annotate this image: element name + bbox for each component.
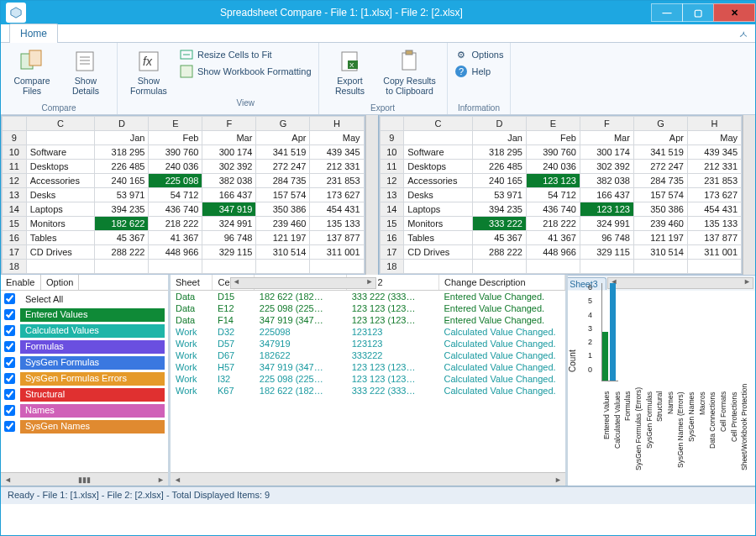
show-format-button[interactable]: Show Workbook Formatting <box>180 63 312 80</box>
diff-row[interactable]: WorkD67182622333222Calculated Value Chan… <box>171 349 565 361</box>
cell[interactable]: 310 514 <box>633 245 687 260</box>
resize-cells-button[interactable]: Resize Cells to Fit <box>180 46 312 63</box>
cell[interactable]: 288 222 <box>95 245 149 260</box>
cell[interactable] <box>310 260 364 274</box>
cell[interactable]: Desks <box>404 188 473 202</box>
cell[interactable]: 41 367 <box>149 231 202 245</box>
tab-home[interactable]: Home <box>9 24 58 43</box>
cell[interactable]: 439 345 <box>687 145 741 160</box>
cell[interactable]: 239 460 <box>633 217 687 231</box>
option-checkbox[interactable] <box>4 293 15 304</box>
diff-row[interactable]: DataD15182 622 (182…333 222 (333…Entered… <box>171 291 565 303</box>
cell[interactable]: May <box>687 131 741 145</box>
row-header[interactable]: 17 <box>380 245 404 260</box>
cell[interactable] <box>472 260 526 274</box>
cell[interactable]: 135 133 <box>310 217 364 231</box>
cell[interactable]: 454 431 <box>687 202 741 217</box>
cell[interactable]: 53 971 <box>95 188 149 202</box>
cell[interactable]: 45 367 <box>472 231 526 245</box>
vscrollbar-1[interactable] <box>365 115 378 275</box>
option-checkbox[interactable] <box>4 373 15 384</box>
cell[interactable]: 96 748 <box>580 231 633 245</box>
cell[interactable]: Accessories <box>26 174 95 188</box>
cell[interactable]: 240 165 <box>95 174 149 188</box>
option-checkbox[interactable] <box>4 405 15 416</box>
cell[interactable]: 439 345 <box>310 145 364 160</box>
cell[interactable]: 157 574 <box>256 188 310 202</box>
cell[interactable]: 121 197 <box>256 231 310 245</box>
option-checkbox[interactable] <box>4 325 15 336</box>
cell[interactable]: 318 295 <box>95 145 149 160</box>
cell[interactable]: Monitors <box>404 217 473 231</box>
cell[interactable]: 448 966 <box>526 245 580 260</box>
col-header[interactable] <box>380 117 404 131</box>
cell[interactable]: 226 485 <box>95 160 149 174</box>
diff-row[interactable]: DataF14347 919 (347…123 123 (123…Entered… <box>171 314 565 326</box>
option-label[interactable]: Calculated Values <box>20 324 165 338</box>
cell[interactable]: Software <box>26 145 95 160</box>
cell[interactable]: 436 740 <box>149 202 202 217</box>
row-header[interactable]: 10 <box>3 145 27 160</box>
row-header[interactable]: 12 <box>380 174 404 188</box>
option-label[interactable]: SysGen Formulas <box>20 356 165 370</box>
cell[interactable]: Laptops <box>404 202 473 217</box>
option-label[interactable]: Entered Values <box>20 308 165 322</box>
cell[interactable]: 272 247 <box>633 160 687 174</box>
cell[interactable]: Laptops <box>26 202 95 217</box>
cell[interactable] <box>633 260 687 274</box>
cell[interactable]: Accessories <box>404 174 473 188</box>
cell[interactable]: 454 431 <box>310 202 364 217</box>
diff-row[interactable]: DataE12225 098 (225…123 123 (123…Entered… <box>171 302 565 314</box>
cell[interactable]: Jan <box>95 131 149 145</box>
cell[interactable]: Jan <box>472 131 526 145</box>
cell[interactable]: 302 392 <box>202 160 256 174</box>
grid-2[interactable]: CDEFGH9JanFebMarAprMay10Software318 2953… <box>379 115 743 275</box>
cell[interactable]: 121 197 <box>633 231 687 245</box>
diff-row[interactable]: WorkI32225 098 (225…123 123 (123…Calcula… <box>171 373 565 385</box>
row-header[interactable]: 12 <box>3 174 27 188</box>
cell[interactable]: 218 222 <box>149 217 202 231</box>
cell[interactable] <box>256 260 310 274</box>
col-header[interactable]: H <box>310 117 364 131</box>
hscrollbar[interactable] <box>230 277 376 289</box>
col-header[interactable]: E <box>526 117 580 131</box>
options-button[interactable]: ⚙ Options <box>454 46 504 63</box>
cell[interactable]: 53 971 <box>472 188 526 202</box>
cell[interactable]: 436 740 <box>526 202 580 217</box>
col-header[interactable]: E <box>149 117 202 131</box>
cell[interactable]: Feb <box>526 131 580 145</box>
cell[interactable]: 329 115 <box>580 245 633 260</box>
row-header[interactable]: 14 <box>380 202 404 217</box>
cell[interactable]: CD Drives <box>26 245 95 260</box>
cell[interactable]: 212 331 <box>310 160 364 174</box>
cell[interactable]: 41 367 <box>526 231 580 245</box>
cell[interactable]: 218 222 <box>526 217 580 231</box>
cell[interactable]: Mar <box>202 131 256 145</box>
cell[interactable] <box>26 131 95 145</box>
option-label[interactable]: Structural <box>20 388 165 402</box>
cell[interactable]: CD Drives <box>404 245 473 260</box>
cell[interactable]: 272 247 <box>256 160 310 174</box>
cell[interactable]: 341 519 <box>256 145 310 160</box>
row-header[interactable]: 9 <box>3 131 27 145</box>
cell[interactable]: 350 386 <box>633 202 687 217</box>
cell[interactable]: 382 038 <box>580 174 633 188</box>
diff-row[interactable]: WorkH57347 919 (347…123 123 (123…Calcula… <box>171 361 565 373</box>
cell[interactable]: 123 123 <box>580 202 633 217</box>
option-label[interactable]: SysGen Names <box>20 420 165 434</box>
cell[interactable]: 157 574 <box>633 188 687 202</box>
cell[interactable]: Tables <box>26 231 95 245</box>
cell[interactable]: 341 519 <box>633 145 687 160</box>
cell[interactable]: 382 038 <box>202 174 256 188</box>
cell[interactable]: 212 331 <box>687 160 741 174</box>
close-button[interactable]: ✕ <box>713 3 755 22</box>
cell[interactable]: 45 367 <box>95 231 149 245</box>
row-header[interactable]: 18 <box>3 260 27 274</box>
cell[interactable]: 324 991 <box>202 217 256 231</box>
cell[interactable]: 394 235 <box>472 202 526 217</box>
cell[interactable]: 350 386 <box>256 202 310 217</box>
cell[interactable]: Apr <box>256 131 310 145</box>
minimize-button[interactable]: — <box>651 3 683 22</box>
help-button[interactable]: ? Help <box>454 63 504 80</box>
cell[interactable]: 333 222 <box>472 217 526 231</box>
